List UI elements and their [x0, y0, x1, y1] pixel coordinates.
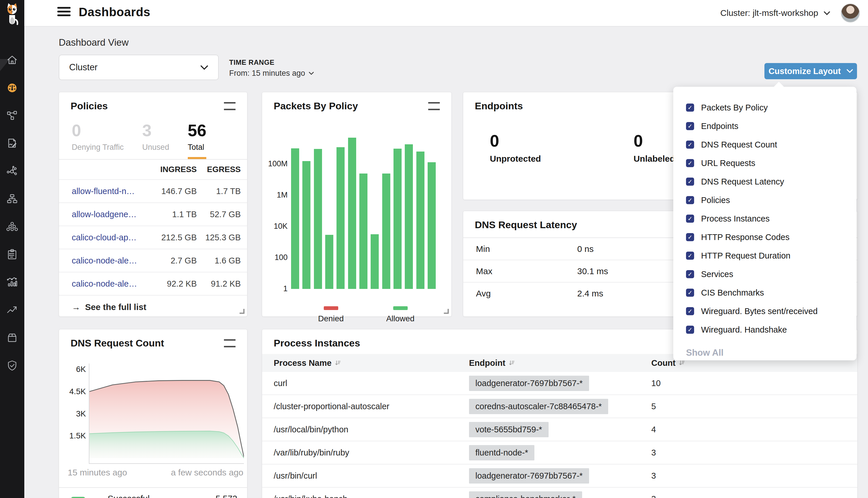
checkbox-checked-icon[interactable]: ✓ — [686, 214, 694, 223]
sidebar-item-compliance-reports[interactable] — [6, 248, 18, 261]
stat-value: 3 — [142, 122, 169, 139]
menu-item-url-requests[interactable]: ✓URL Requests — [686, 154, 856, 172]
cluster-switcher[interactable]: Cluster: jlt-msft-workshop — [721, 8, 830, 18]
trends-icon — [6, 304, 18, 316]
resize-handle[interactable] — [444, 309, 449, 314]
policy-name-link[interactable]: allow-loadgenerator — [72, 210, 143, 219]
menu-item-policies[interactable]: ✓Policies — [686, 191, 856, 209]
y-axis-tick: 6K — [61, 365, 86, 374]
sidebar-item-security[interactable] — [6, 359, 18, 372]
drag-handle-icon[interactable] — [428, 102, 440, 110]
process-name: /cluster-proportional-autoscaler — [274, 402, 469, 411]
bar-allowed — [291, 148, 299, 289]
network-topology-icon — [6, 193, 18, 205]
legend-swatch — [393, 306, 408, 310]
sort-icon — [679, 360, 685, 366]
policy-name-link[interactable]: allow-fluentd-node — [72, 186, 143, 196]
workloads-icon — [6, 221, 18, 233]
menu-item-services[interactable]: ✓Services — [686, 265, 856, 284]
drag-handle-icon[interactable] — [224, 102, 235, 110]
checkbox-checked-icon[interactable]: ✓ — [686, 233, 694, 241]
latency-value: 30.1 ms — [577, 266, 608, 276]
checkbox-checked-icon[interactable]: ✓ — [686, 122, 694, 130]
policies-card: Policies 0Denying Traffic3Unused56Total … — [59, 92, 247, 317]
menu-item-http-response-codes[interactable]: ✓HTTP Response Codes — [686, 228, 856, 246]
time-range-value[interactable]: From: 15 minutes ago — [229, 69, 314, 78]
checkbox-checked-icon[interactable]: ✓ — [686, 252, 694, 260]
column-header-label: Process Name — [274, 358, 332, 368]
y-axis-tick: 1M — [263, 191, 288, 199]
menu-item-label: Wireguard. Bytes sent/received — [701, 306, 818, 316]
checkbox-checked-icon[interactable]: ✓ — [686, 307, 694, 315]
dashboard-view-value: Cluster — [69, 62, 98, 73]
menu-item-process-instances[interactable]: ✓Process Instances — [686, 209, 856, 228]
policies-stat-tab-denying-traffic[interactable]: 0Denying Traffic — [72, 122, 124, 159]
sort-icon — [335, 360, 341, 366]
sidebar-item-home[interactable] — [6, 54, 18, 66]
process-row: curlloadgenerator-7697bb7567-*10 — [262, 372, 857, 395]
resize-handle[interactable] — [239, 309, 245, 314]
checkbox-checked-icon[interactable]: ✓ — [686, 159, 694, 167]
policies-table: INGRESS EGRESS allow-fluentd-node146.7 G… — [59, 159, 247, 319]
policy-name-link[interactable]: calico-node-alertmana… — [72, 279, 143, 289]
menu-item-label: DNS Request Count — [701, 140, 777, 149]
sidebar-item-network-topology[interactable] — [6, 193, 18, 205]
menu-item-dns-request-latency[interactable]: ✓DNS Request Latency — [686, 172, 856, 191]
policy-name-link[interactable]: calico-cloud-apiserver-… — [72, 233, 143, 243]
packages-icon — [6, 332, 18, 344]
checkbox-checked-icon[interactable]: ✓ — [686, 326, 694, 334]
sidebar-item-network-policies[interactable] — [6, 109, 18, 122]
policy-name-link[interactable]: calico-node-alertmana… — [72, 256, 143, 265]
sidebar-item-workloads[interactable] — [6, 220, 18, 233]
bar-allowed — [393, 149, 402, 289]
menu-item-wireguard-handshake[interactable]: ✓Wireguard. Handshake — [686, 320, 856, 339]
menu-item-packets-by-policy[interactable]: ✓Packets By Policy — [686, 98, 856, 117]
endpoint-chip: compliance-benchmarker-* — [469, 492, 582, 498]
customize-layout-button[interactable]: Customize Layout — [764, 63, 857, 79]
drag-handle-icon[interactable] — [224, 339, 235, 347]
menu-item-cis-benchmarks[interactable]: ✓CIS Benchmarks — [686, 284, 856, 302]
policy-ingress-value: 2.7 GB — [143, 256, 197, 265]
network-policies-icon — [6, 109, 18, 122]
checkbox-checked-icon[interactable]: ✓ — [686, 270, 694, 278]
security-icon — [6, 359, 18, 372]
packets-chart-legend: DeniedAllowed — [297, 306, 436, 323]
stat-label: Unlabeled — [634, 154, 675, 164]
checkbox-checked-icon[interactable]: ✓ — [686, 141, 694, 149]
column-header-endpoint[interactable]: Endpoint — [469, 358, 651, 368]
policies-stat-tab-unused[interactable]: 3Unused — [142, 122, 169, 159]
checkbox-checked-icon[interactable]: ✓ — [686, 178, 694, 186]
process-name: /usr/bin/kube-bench — [274, 494, 469, 498]
user-avatar[interactable] — [841, 3, 860, 23]
column-header-label: Endpoint — [469, 358, 505, 368]
sidebar-item-trends[interactable] — [6, 304, 18, 316]
bar-allowed — [371, 234, 379, 289]
menu-item-http-request-duration[interactable]: ✓HTTP Request Duration — [686, 246, 856, 265]
policy-recommendations-icon — [6, 137, 18, 149]
checkbox-checked-icon[interactable]: ✓ — [686, 104, 694, 112]
policy-ingress-value: 212.5 GB — [143, 233, 197, 243]
sidebar-item-statistics[interactable] — [6, 276, 18, 289]
see-full-list-link[interactable]: → See the full list — [59, 295, 247, 319]
legend-swatch — [71, 497, 85, 498]
process-row: /usr/bin/curlloadgenerator-7697bb7567-*3 — [262, 464, 857, 488]
dashboard-view-select[interactable]: Cluster — [59, 55, 219, 80]
dns-count-card-title: DNS Request Count — [70, 338, 164, 349]
menu-item-endpoints[interactable]: ✓Endpoints — [686, 117, 856, 135]
policies-stat-tab-total[interactable]: 56Total — [188, 122, 207, 159]
stat-label: Unused — [142, 143, 169, 152]
stat-value: 0 — [72, 122, 124, 139]
hamburger-menu-icon[interactable] — [57, 7, 70, 18]
process-count: 3 — [651, 471, 857, 481]
sidebar-item-policy-recommendations[interactable] — [6, 137, 18, 150]
column-header-process-name[interactable]: Process Name — [274, 358, 469, 368]
menu-item-dns-request-count[interactable]: ✓DNS Request Count — [686, 135, 856, 154]
show-all-link[interactable]: Show All — [686, 348, 856, 358]
checkbox-checked-icon[interactable]: ✓ — [686, 289, 694, 297]
legend-item-allowed: Allowed — [386, 306, 415, 323]
sidebar-item-service-graph[interactable] — [6, 165, 18, 178]
checkbox-checked-icon[interactable]: ✓ — [686, 196, 694, 204]
sidebar-item-dashboards[interactable] — [6, 81, 18, 94]
menu-item-wireguard-bytes-sent-received[interactable]: ✓Wireguard. Bytes sent/received — [686, 302, 856, 320]
sidebar-item-packages[interactable] — [6, 331, 18, 344]
